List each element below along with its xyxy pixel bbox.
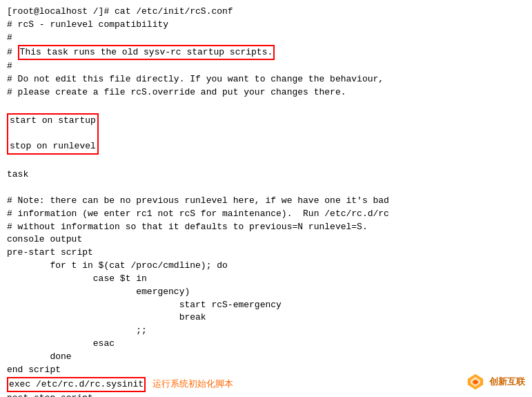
exec-annotation: 运行系统初始化脚本 [152, 378, 233, 391]
line-empty-after-block [7, 155, 525, 168]
line-start-on-startup: start on startup [10, 115, 96, 128]
line-emergency: emergency) [7, 286, 525, 299]
line-post-stop: post-stop script [7, 392, 525, 397]
line-break: break [7, 311, 525, 325]
watermark-label: 创新互联 [489, 376, 525, 388]
terminal-window: [root@localhost /]# cat /etc/init/rcS.co… [0, 0, 532, 397]
line-5: # [7, 60, 525, 73]
highlight-task-runs: This task runs the old sysv-rc startup s… [18, 45, 275, 61]
line-4: # This task runs the old sysv-rc startup… [7, 45, 525, 61]
line-note2: # information (we enter rc1 not rcS for … [7, 208, 525, 221]
line-for: for t in $(cat /proc/cmdline); do [7, 260, 525, 273]
highlight-exec: exec /etc/rc.d/rc.sysinit [7, 377, 146, 393]
line-empty-in-block [10, 128, 96, 141]
line-7: # please create a file rcS.override and … [7, 86, 525, 99]
line-console: console output [7, 233, 525, 246]
line-exec: exec /etc/rc.d/rc.sysinit 运行系统初始化脚本 [7, 377, 525, 393]
line-3: # [7, 32, 525, 45]
line-done: done [7, 351, 525, 364]
line-stop-on-runlevel: stop on runlevel [10, 140, 96, 153]
line-6: # Do not edit this file directly. If you… [7, 73, 525, 86]
watermark-logo-icon [466, 372, 485, 391]
line-8 [7, 99, 525, 113]
line-task: task [7, 168, 525, 182]
line-esac: esac [7, 338, 525, 351]
line-1: [root@localhost /]# cat /etc/init/rcS.co… [7, 6, 525, 19]
line-note1: # Note: there can be no previous runleve… [7, 195, 525, 208]
line-2: # rcS - runlevel compatibility [7, 19, 525, 32]
line-empty-before-note [7, 182, 525, 195]
line-pre-start: pre-start script [7, 246, 525, 260]
line-end-script: end script [7, 364, 525, 377]
line-start-rcS: start rcS-emergency [7, 299, 525, 312]
line-semicolons: ;; [7, 325, 525, 338]
line-note3: # without information so that it default… [7, 221, 525, 234]
line-case: case $t in [7, 273, 525, 286]
watermark: 创新互联 [466, 372, 525, 391]
